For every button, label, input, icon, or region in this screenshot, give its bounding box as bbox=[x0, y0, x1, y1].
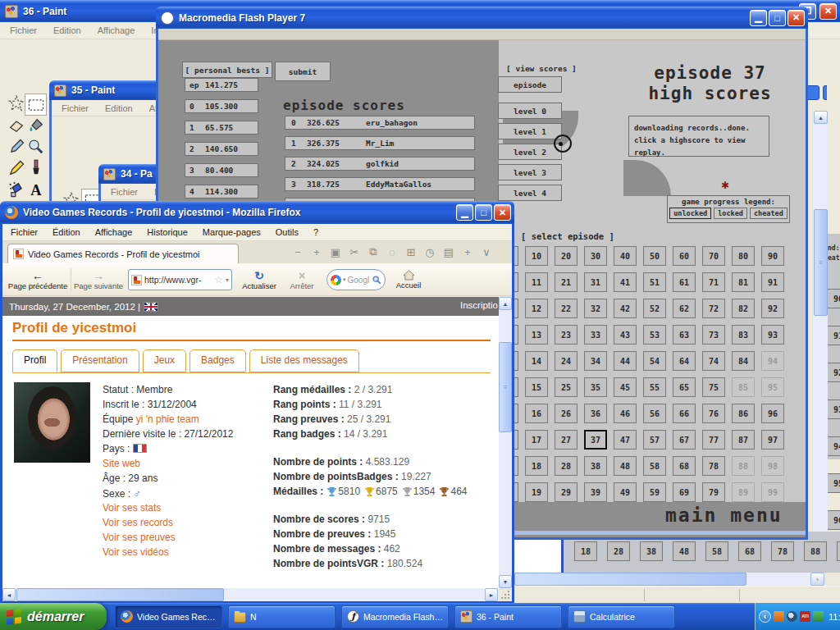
episode-cell-76[interactable]: 76 bbox=[702, 404, 725, 423]
episode-cell-72[interactable]: 72 bbox=[702, 299, 725, 318]
ff-scroll-down-icon[interactable]: ▼ bbox=[499, 575, 512, 588]
menu-item-historique[interactable]: Historique bbox=[140, 226, 194, 239]
episode-cell-70[interactable]: 70 bbox=[702, 246, 725, 266]
ff-scroll-right-icon[interactable]: ► bbox=[485, 588, 498, 601]
episode-score-row[interactable]: 0326.625eru_bahagon bbox=[285, 116, 475, 130]
search-text[interactable]: Googl bbox=[348, 276, 370, 285]
personal-best-row[interactable]: 380.400 bbox=[185, 163, 258, 177]
episode-cell-93[interactable]: 93 bbox=[761, 325, 784, 345]
stop-button[interactable]: × Arrêter bbox=[284, 265, 320, 294]
episode-cell-49[interactable]: 49 bbox=[614, 482, 637, 502]
url-dropdown-icon[interactable]: ▾ bbox=[226, 276, 229, 284]
resize-grip[interactable] bbox=[499, 588, 512, 601]
episode-cell-58[interactable]: 58 bbox=[643, 456, 666, 476]
view-button-level-1[interactable]: level 1 bbox=[498, 123, 562, 139]
menu-item-marquepages[interactable]: Marque-pages bbox=[196, 226, 267, 239]
java-tray-icon[interactable] bbox=[774, 611, 784, 622]
profile-link[interactable]: Voir ses preuves bbox=[103, 532, 176, 543]
episode-cell-61[interactable]: 61 bbox=[673, 272, 696, 292]
profile-tab-badges[interactable]: Badges bbox=[189, 349, 246, 372]
taskbar-clock[interactable]: 11:00 bbox=[829, 612, 840, 622]
bg-episode-cell-38[interactable]: 38 bbox=[640, 541, 663, 561]
episode-cell-78[interactable]: 78 bbox=[702, 456, 725, 476]
episode-cell-52[interactable]: 52 bbox=[643, 299, 666, 318]
profile-tab-liste-des-messages[interactable]: Liste des messages bbox=[249, 349, 359, 372]
view-button-episode[interactable]: episode bbox=[498, 76, 562, 93]
address-bar[interactable]: http://www.vgr- ☆ ▾ bbox=[128, 269, 232, 290]
episode-cell-99[interactable]: 99 bbox=[761, 482, 784, 502]
ff-scroll-left-icon[interactable]: ◄ bbox=[2, 588, 16, 601]
episode-score-row[interactable]: 1326.375Mr_Lim bbox=[285, 136, 475, 150]
bg-scroll-right-icon[interactable]: › bbox=[810, 573, 824, 586]
episode-cell-98[interactable]: 98 bbox=[761, 456, 784, 476]
episode-cell-17[interactable]: 17 bbox=[525, 430, 548, 450]
episode-cell-20[interactable]: 20 bbox=[555, 246, 578, 266]
episode-cell-87[interactable]: 87 bbox=[732, 430, 755, 450]
episode-cell-13[interactable]: 13 bbox=[525, 325, 548, 345]
episode-cell-88[interactable]: 88 bbox=[732, 456, 755, 476]
bg-episode-cell-94[interactable]: 94 bbox=[827, 436, 840, 456]
episode-cell-90[interactable]: 90 bbox=[761, 246, 784, 266]
episode-cell-39[interactable]: 39 bbox=[584, 482, 607, 502]
episode-cell-96[interactable]: 96 bbox=[761, 404, 784, 423]
profile-link[interactable]: Site web bbox=[103, 458, 140, 469]
episode-cell-55[interactable]: 55 bbox=[643, 377, 666, 397]
bg-episode-cell-92[interactable]: 92 bbox=[827, 363, 840, 382]
taskbar-button-calculator[interactable]: Calculatrice bbox=[568, 605, 675, 628]
episode-cell-42[interactable]: 42 bbox=[614, 299, 637, 318]
episode-score-row[interactable]: 3318.725EddyMataGallos bbox=[285, 177, 475, 191]
episode-cell-79[interactable]: 79 bbox=[702, 482, 725, 502]
taskbar-button-folder[interactable]: N bbox=[228, 605, 336, 628]
profile-tab-pr-sentation[interactable]: Présentation bbox=[61, 349, 139, 372]
toolbar-icon-10[interactable]: ∨ bbox=[480, 246, 493, 258]
menu-item-edition[interactable]: Edition bbox=[98, 102, 140, 115]
toolbar-icon-2[interactable]: ▣ bbox=[329, 246, 342, 258]
tab-vgr-profile[interactable]: Video Games Records - Profil de yicestmo… bbox=[7, 244, 239, 263]
episode-cell-32[interactable]: 32 bbox=[584, 299, 607, 318]
network-tray-icon[interactable] bbox=[813, 611, 824, 622]
flash-close-button[interactable]: ✕ bbox=[788, 10, 805, 26]
ati-tray-icon[interactable]: ATI bbox=[800, 611, 810, 622]
view-button-level-0[interactable]: level 0 bbox=[498, 103, 562, 119]
menu-item-affichage[interactable]: Affichage bbox=[90, 24, 143, 37]
bg-horizontal-scrollbar[interactable]: › bbox=[514, 573, 840, 586]
hide-icons-button[interactable]: ‹ bbox=[759, 610, 771, 623]
episode-cell-50[interactable]: 50 bbox=[643, 246, 666, 266]
toolbar-icon-1[interactable]: + bbox=[310, 246, 323, 258]
personal-best-row[interactable]: ep141.275 bbox=[185, 78, 258, 92]
select-tool-icon[interactable] bbox=[27, 96, 45, 114]
view-button-level-4[interactable]: level 4 bbox=[498, 185, 562, 201]
bg-episode-cell-78[interactable]: 78 bbox=[771, 541, 794, 561]
firefox-maximize-button[interactable]: □ bbox=[475, 204, 492, 221]
episode-cell-28[interactable]: 28 bbox=[555, 456, 578, 476]
episode-score-row[interactable]: 2324.025golfkid bbox=[285, 157, 475, 171]
menu-item-dition[interactable]: Édition bbox=[46, 226, 87, 239]
bg-episode-cell-95[interactable]: 95 bbox=[827, 473, 840, 493]
forward-button[interactable]: → Page suivante bbox=[71, 265, 126, 294]
back-button[interactable]: ← Page précédente bbox=[5, 265, 71, 294]
episode-cell-65[interactable]: 65 bbox=[673, 377, 696, 397]
paint36-close-button[interactable]: ✕ bbox=[819, 3, 837, 20]
brush-tool-icon[interactable] bbox=[27, 159, 45, 177]
episode-cell-47[interactable]: 47 bbox=[614, 430, 637, 450]
episode-cell-40[interactable]: 40 bbox=[614, 246, 637, 266]
menu-item-fichier[interactable]: Fichier bbox=[2, 24, 44, 37]
bookmark-star-icon[interactable]: ☆ bbox=[214, 274, 223, 285]
episode-cell-33[interactable]: 33 bbox=[584, 325, 607, 345]
episode-cell-51[interactable]: 51 bbox=[643, 272, 666, 292]
uk-flag-icon[interactable] bbox=[144, 302, 158, 312]
episode-cell-59[interactable]: 59 bbox=[643, 482, 666, 502]
episode-cell-43[interactable]: 43 bbox=[614, 325, 637, 345]
view-button-level-3[interactable]: level 3 bbox=[498, 164, 562, 180]
toolbar-icon-3[interactable]: ✂ bbox=[348, 246, 361, 258]
toolbar-icon-4[interactable]: ⧉ bbox=[367, 245, 380, 258]
menu-item-edition[interactable]: Edition bbox=[46, 24, 89, 37]
profile-link[interactable]: Voir ses stats bbox=[103, 502, 161, 514]
profile-link[interactable]: Voir ses records bbox=[103, 517, 173, 528]
episode-cell-31[interactable]: 31 bbox=[584, 272, 607, 292]
episode-cell-36[interactable]: 36 bbox=[584, 404, 607, 423]
episode-cell-27[interactable]: 27 bbox=[555, 430, 578, 450]
legend-button-unlocked[interactable]: unlocked bbox=[669, 208, 711, 219]
profile-link[interactable]: yi 'n phie team bbox=[136, 413, 199, 425]
color-picker-tool-icon[interactable] bbox=[7, 138, 25, 156]
